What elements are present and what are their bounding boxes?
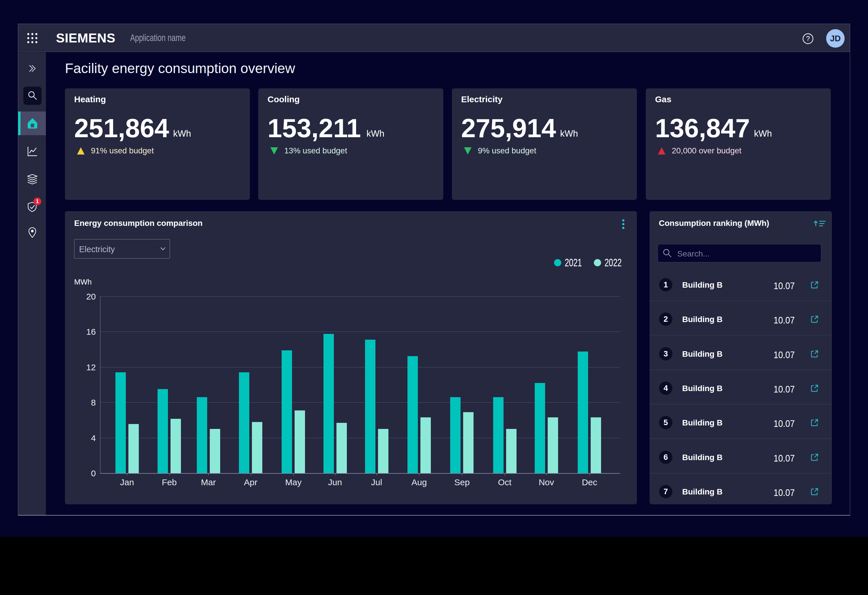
svg-text:?: ?: [806, 35, 810, 43]
